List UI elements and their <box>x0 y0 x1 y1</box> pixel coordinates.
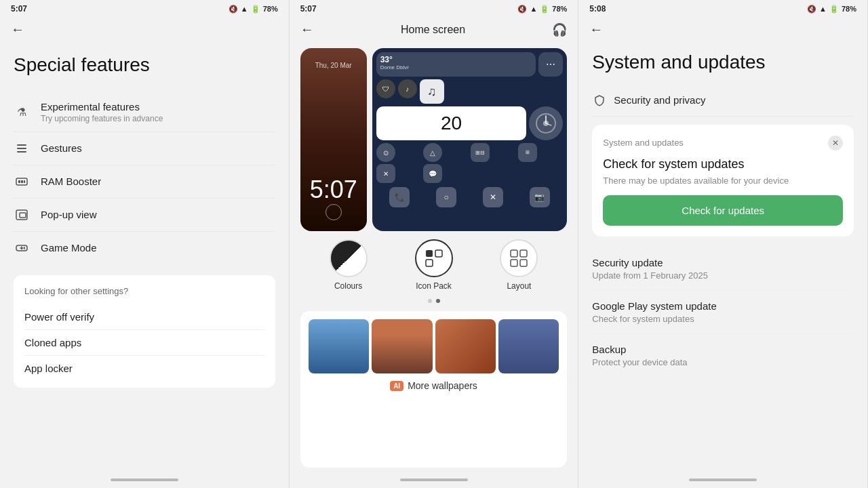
svg-rect-2 <box>17 151 26 152</box>
updates-card-title: System and updates <box>603 138 684 148</box>
app-bubble: 💬 <box>423 164 442 183</box>
widget-row-1: 33° Dome Dblvr ⋯ <box>376 52 564 77</box>
panel-home-screen: 5:07 🔇 ▲ 🔋 78% ← Home screen 🎧 Thu, 20 M… <box>290 0 579 488</box>
phone-mockup-dark: Thu, 20 Mar 5:07 <box>300 48 367 231</box>
style-option-layout[interactable]: Layout <box>500 239 538 291</box>
dock-phone: 📞 <box>389 187 410 207</box>
battery-icon-3: 🔋 <box>829 5 839 14</box>
nav-bar-2: ← Home screen 🎧 <box>290 16 578 43</box>
popup-icon <box>14 207 30 223</box>
updates-card-header: System and updates ✕ <box>603 136 843 150</box>
wallpaper-section: AI More wallpapers <box>300 311 568 468</box>
svg-rect-23 <box>511 260 517 266</box>
app-circle-2: △ <box>423 143 442 162</box>
backup-sub: Protect your device data <box>592 357 854 367</box>
phone-mockup-area: Thu, 20 Mar 5:07 33° Dome Dblvr ⋯ 🛡 ♪ <box>300 48 568 231</box>
battery-pct-2: 78% <box>552 5 567 13</box>
update-google-play[interactable]: Google Play system update Check for syst… <box>592 291 854 334</box>
popup-label: Pop-up view <box>41 209 275 220</box>
security-update-sub: Update from 1 February 2025 <box>592 270 854 281</box>
svg-rect-8 <box>20 213 26 218</box>
time-3: 5:08 <box>589 4 606 14</box>
time-2: 5:07 <box>300 4 317 14</box>
mute-icon-2: 🔇 <box>517 5 527 14</box>
weather-extra: Dome Dblvr <box>380 64 532 70</box>
app-empty <box>471 164 563 183</box>
security-privacy-row[interactable]: Security and privacy <box>592 87 854 117</box>
wallpaper-3[interactable] <box>435 319 496 373</box>
widget-row-icons: 🛡 ♪ ♫ <box>376 79 564 104</box>
svg-rect-22 <box>520 250 527 257</box>
back-button-3[interactable]: ← <box>589 22 603 37</box>
dock-row: 📞 ○ ✕ 📷 <box>376 187 564 207</box>
svg-point-13 <box>24 248 25 249</box>
battery-icon: 🔋 <box>251 5 260 14</box>
icons-grid: ⊙ △ ⊞⊟ ⊞ ✕ 💬 <box>376 143 564 183</box>
suggestion-app-locker[interactable]: App locker <box>24 356 264 377</box>
panel-special-features: 5:07 🔇 ▲ 🔋 78% ← Special features ⚗ Expe… <box>0 0 290 488</box>
panel2-content: Thu, 20 Mar 5:07 33° Dome Dblvr ⋯ 🛡 ♪ <box>290 43 578 473</box>
app-icon-music: ♪ <box>398 79 417 98</box>
colours-circle <box>330 239 368 277</box>
svg-rect-1 <box>17 148 26 149</box>
icon-pack-label: Icon Pack <box>416 281 452 291</box>
wifi-icon: ▲ <box>241 5 248 13</box>
menu-item-gestures[interactable]: Gestures <box>14 132 275 165</box>
game-label: Game Mode <box>41 242 275 253</box>
suggestions-heading: Looking for other settings? <box>24 286 264 296</box>
status-icons-1: 🔇 ▲ 🔋 78% <box>229 5 278 14</box>
back-button-1[interactable]: ← <box>11 22 24 37</box>
wallpaper-1[interactable] <box>309 319 369 373</box>
status-bar-1: 5:07 🔇 ▲ 🔋 78% <box>0 0 289 16</box>
mute-icon-3: 🔇 <box>807 5 816 14</box>
suggestion-cloned-apps[interactable]: Cloned apps <box>24 330 264 356</box>
wallpaper-2[interactable] <box>372 319 432 373</box>
shield-icon <box>592 93 607 108</box>
page-title-1: Special features <box>14 54 275 77</box>
home-indicator-3 <box>689 479 757 481</box>
update-security[interactable]: Security update Update from 1 February 2… <box>592 247 854 291</box>
dot-indicators <box>300 299 568 303</box>
phone-mockup-light: 33° Dome Dblvr ⋯ 🛡 ♪ ♫ 20 <box>372 48 568 231</box>
wifi-icon-3: ▲ <box>819 5 827 13</box>
more-wallpapers-label: More wallpapers <box>408 380 477 391</box>
svg-rect-5 <box>21 180 23 183</box>
style-option-colours[interactable]: Colours <box>330 239 368 291</box>
suggestion-power-off[interactable]: Power off verify <box>24 304 264 330</box>
close-button[interactable]: ✕ <box>828 136 843 150</box>
svg-rect-24 <box>520 260 527 266</box>
menu-item-game[interactable]: Game Mode <box>14 232 275 264</box>
page-title-3: System and updates <box>592 51 854 74</box>
menu-item-ram[interactable]: RAM Booster <box>14 165 275 199</box>
check-updates-button[interactable]: Check for updates <box>603 195 843 226</box>
status-bar-2: 5:07 🔇 ▲ 🔋 78% <box>290 0 578 16</box>
experimental-sublabel: Try upcoming features in advance <box>41 114 275 123</box>
suggestions-card: Looking for other settings? Power off ve… <box>14 275 275 388</box>
style-option-icon-pack[interactable]: Icon Pack <box>415 239 453 291</box>
widget-dial <box>529 106 563 140</box>
more-wallpapers-btn[interactable]: AI More wallpapers <box>309 380 559 391</box>
layout-label: Layout <box>507 281 531 291</box>
svg-point-12 <box>24 247 25 248</box>
panel2-nav-title: Home screen <box>322 24 545 36</box>
battery-icon-2: 🔋 <box>540 5 549 14</box>
menu-item-popup[interactable]: Pop-up view <box>14 199 275 232</box>
wallpaper-grid <box>309 319 559 373</box>
panel3-content: System and updates Security and privacy … <box>578 43 867 473</box>
status-bar-3: 5:08 🔇 ▲ 🔋 78% <box>578 0 867 16</box>
update-backup[interactable]: Backup Protect your device data <box>592 334 854 377</box>
home-indicator-1 <box>111 479 178 481</box>
updates-card: System and updates ✕ Check for system up… <box>592 125 854 237</box>
wallpaper-4[interactable] <box>498 319 559 373</box>
back-button-2[interactable]: ← <box>300 22 314 37</box>
app-grid-2: ⊞ <box>518 143 537 162</box>
app-x: ✕ <box>376 164 395 183</box>
wifi-icon-2: ▲ <box>530 5 537 13</box>
headphone-icon[interactable]: 🎧 <box>552 22 567 37</box>
widget-clock-number: 20 <box>376 106 527 140</box>
battery-pct-1: 78% <box>263 5 278 13</box>
menu-item-experimental[interactable]: ⚗ Experimental features Try upcoming fea… <box>14 93 275 132</box>
weather-temp: 33° <box>380 55 532 64</box>
experimental-icon: ⚗ <box>14 104 30 120</box>
nav-bar-3: ← <box>578 16 867 43</box>
